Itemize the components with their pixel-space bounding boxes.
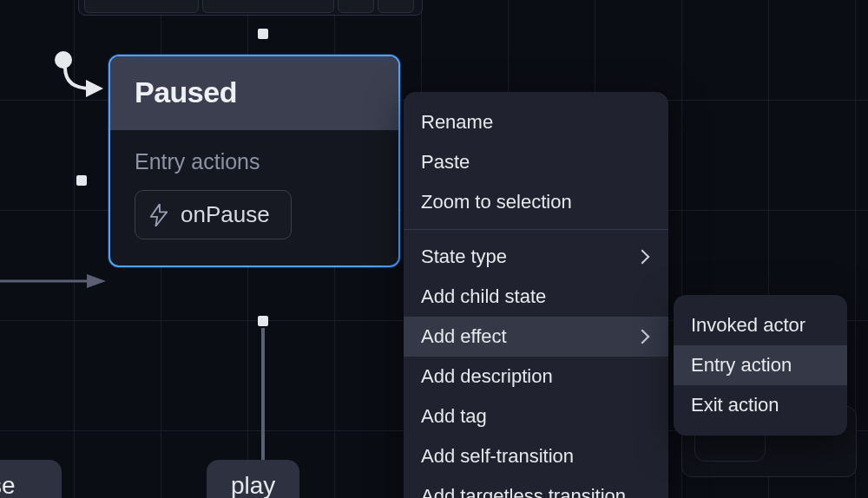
- context-menu: Rename Paste Zoom to selection State typ…: [404, 92, 668, 498]
- state-node-paused[interactable]: Paused Entry actions onPause: [108, 55, 400, 267]
- submenu-exit-action[interactable]: Exit action: [674, 385, 847, 425]
- resize-handle-left[interactable]: [76, 175, 87, 186]
- menu-add-self-transition[interactable]: Add self-transition: [404, 436, 668, 476]
- toolbar-fragment: [78, 0, 423, 16]
- chevron-right-icon: [635, 330, 650, 344]
- menu-state-type[interactable]: State type: [404, 237, 668, 277]
- add-effect-submenu: Invoked actor Entry action Exit action: [674, 295, 847, 436]
- menu-rename[interactable]: Rename: [404, 102, 668, 142]
- menu-add-child-state[interactable]: Add child state: [404, 277, 668, 317]
- menu-add-targetless-transition[interactable]: Add targetless transition: [404, 476, 668, 498]
- menu-zoom-to-selection[interactable]: Zoom to selection: [404, 182, 668, 222]
- entry-actions-label: Entry actions: [135, 149, 374, 174]
- bolt-icon: [149, 204, 168, 226]
- chevron-right-icon: [635, 250, 650, 265]
- outgoing-edge: [261, 328, 265, 467]
- initial-state-arrow: [56, 61, 108, 100]
- menu-add-description[interactable]: Add description: [404, 357, 668, 396]
- event-pill-pause[interactable]: se: [0, 460, 62, 498]
- submenu-entry-action[interactable]: Entry action: [674, 345, 847, 385]
- state-title[interactable]: Paused: [110, 56, 398, 130]
- menu-add-tag[interactable]: Add tag: [404, 396, 668, 436]
- incoming-edge: [0, 272, 109, 290]
- state-body: Entry actions onPause: [110, 130, 398, 265]
- menu-add-effect[interactable]: Add effect: [404, 317, 668, 357]
- menu-paste[interactable]: Paste: [404, 142, 668, 182]
- entry-action-chip[interactable]: onPause: [135, 190, 292, 239]
- event-pill-pause-label: se: [0, 472, 16, 498]
- entry-action-name: onPause: [181, 201, 270, 228]
- event-pill-play[interactable]: play: [207, 460, 299, 498]
- event-pill-play-label: play: [231, 472, 275, 498]
- menu-separator: [404, 229, 668, 230]
- resize-handle-top[interactable]: [258, 29, 268, 39]
- resize-handle-bottom[interactable]: [258, 316, 268, 326]
- submenu-invoked-actor[interactable]: Invoked actor: [674, 305, 847, 345]
